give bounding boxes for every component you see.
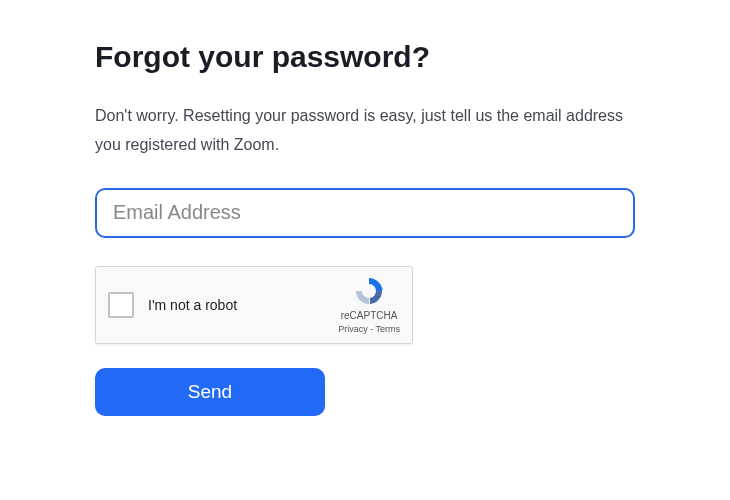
page-description: Don't worry. Resetting your password is … — [95, 102, 635, 160]
page-title: Forgot your password? — [95, 40, 635, 74]
recaptcha-links: Privacy - Terms — [338, 324, 400, 334]
recaptcha-separator: - — [368, 324, 376, 334]
recaptcha-privacy-link[interactable]: Privacy — [338, 324, 368, 334]
recaptcha-brand-text: reCAPTCHA — [341, 310, 398, 321]
recaptcha-widget: I'm not a robot reCAPTCHA Privacy - Term… — [95, 266, 413, 344]
recaptcha-terms-link[interactable]: Terms — [376, 324, 401, 334]
recaptcha-label: I'm not a robot — [148, 297, 338, 313]
recaptcha-icon — [353, 275, 385, 307]
send-button[interactable]: Send — [95, 368, 325, 416]
email-field[interactable] — [95, 188, 635, 238]
recaptcha-checkbox[interactable] — [108, 292, 134, 318]
recaptcha-branding: reCAPTCHA Privacy - Terms — [338, 275, 400, 334]
